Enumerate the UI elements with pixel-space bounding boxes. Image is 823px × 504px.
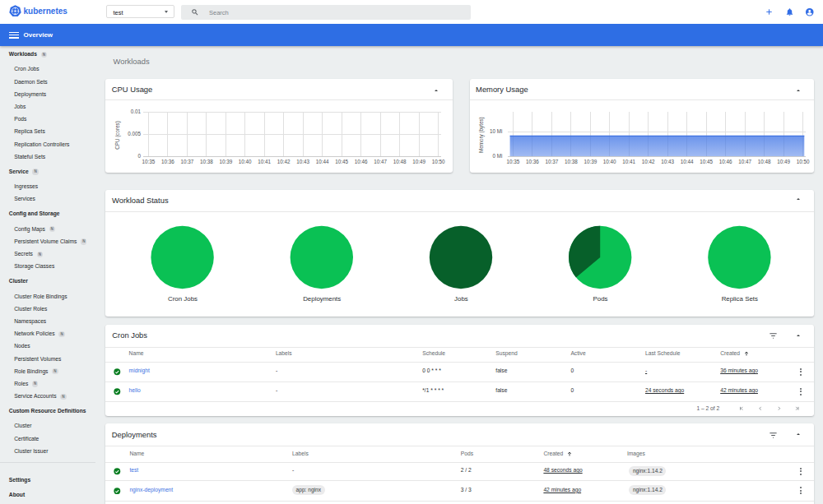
svg-text:10:50: 10:50 [796, 159, 809, 164]
svg-text:10:49: 10:49 [777, 159, 790, 164]
svg-text:10:40: 10:40 [239, 159, 252, 164]
svg-text:10:36: 10:36 [526, 159, 539, 164]
svg-text:10:38: 10:38 [200, 159, 213, 164]
svg-text:10:50: 10:50 [432, 159, 445, 164]
svg-text:10:41: 10:41 [622, 159, 635, 164]
svg-text:10:38: 10:38 [565, 159, 578, 164]
svg-text:10:35: 10:35 [142, 159, 156, 164]
svg-text:10:47: 10:47 [738, 159, 751, 164]
svg-text:10:35: 10:35 [506, 159, 519, 164]
svg-text:10:41: 10:41 [258, 159, 272, 164]
svg-text:10:46: 10:46 [355, 159, 368, 164]
svg-text:10:45: 10:45 [700, 159, 713, 164]
svg-text:10:43: 10:43 [297, 159, 310, 164]
svg-text:10 Mi: 10 Mi [490, 128, 502, 134]
svg-text:10:49: 10:49 [413, 159, 426, 164]
svg-text:10:47: 10:47 [374, 159, 388, 164]
svg-text:10:43: 10:43 [661, 159, 674, 164]
svg-text:10:42: 10:42 [277, 159, 291, 164]
svg-text:10:36: 10:36 [161, 159, 174, 164]
svg-text:0.01: 0.01 [131, 109, 142, 114]
svg-text:10:48: 10:48 [757, 159, 770, 164]
svg-text:10:40: 10:40 [603, 159, 616, 164]
svg-text:10:44: 10:44 [316, 159, 329, 164]
svg-text:10:45: 10:45 [336, 159, 349, 164]
svg-text:10:44: 10:44 [681, 159, 694, 164]
svg-text:10:48: 10:48 [393, 159, 407, 164]
svg-text:10:46: 10:46 [718, 159, 732, 164]
svg-text:10:39: 10:39 [584, 159, 597, 164]
svg-text:10:39: 10:39 [220, 159, 233, 164]
svg-text:0.005: 0.005 [128, 131, 142, 136]
svg-text:CPU (cores): CPU (cores) [115, 121, 122, 150]
svg-text:0: 0 [138, 153, 142, 159]
svg-text:Memory (bytes): Memory (bytes) [478, 117, 485, 153]
svg-text:10:37: 10:37 [181, 159, 194, 164]
svg-text:0 Mi: 0 Mi [492, 153, 502, 159]
svg-text:10:37: 10:37 [545, 159, 558, 164]
svg-text:10:42: 10:42 [642, 159, 655, 164]
